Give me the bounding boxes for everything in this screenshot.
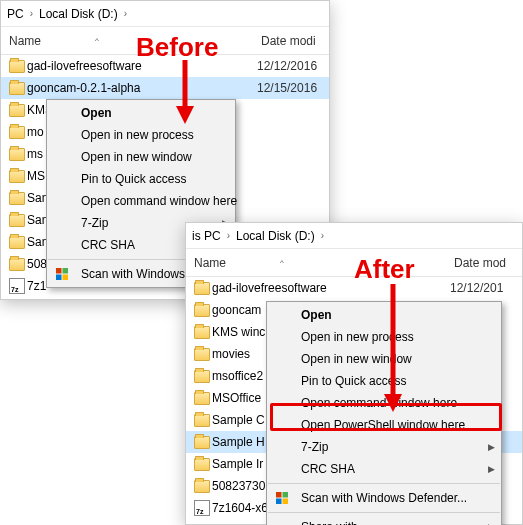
- chevron-right-icon: ›: [118, 8, 133, 19]
- menu-open-new-process[interactable]: Open in new process: [267, 326, 501, 348]
- column-headers[interactable]: Name ^ Date mod: [186, 249, 522, 277]
- breadcrumb-part[interactable]: Local Disk (D:): [39, 7, 118, 21]
- submenu-arrow-icon: ▶: [488, 464, 495, 474]
- folder-icon: [7, 104, 27, 117]
- svg-rect-5: [283, 492, 289, 498]
- column-date[interactable]: Date modi: [257, 34, 329, 48]
- menu-open-new-window[interactable]: Open in new window: [47, 146, 235, 168]
- folder-icon: [192, 480, 212, 493]
- menu-7zip[interactable]: 7-Zip▶: [267, 436, 501, 458]
- menu-crc-sha[interactable]: CRC SHA▶: [267, 458, 501, 480]
- breadcrumb-part[interactable]: PC: [7, 7, 24, 21]
- folder-icon: [7, 82, 27, 95]
- column-name[interactable]: Name ^: [1, 34, 257, 48]
- svg-rect-6: [276, 499, 282, 505]
- menu-label: 7-Zip: [81, 216, 108, 230]
- folder-icon: [192, 414, 212, 427]
- svg-rect-3: [63, 275, 69, 281]
- folder-icon: [7, 258, 27, 271]
- file-date: 12/12/2016: [257, 59, 329, 73]
- menu-open-new-process[interactable]: Open in new process: [47, 124, 235, 146]
- folder-icon: [7, 170, 27, 183]
- menu-pin-quick-access[interactable]: Pin to Quick access: [267, 370, 501, 392]
- file-name: gad-ilovefreesoftware: [212, 281, 450, 295]
- column-label: Name: [9, 34, 41, 48]
- folder-icon: [7, 214, 27, 227]
- submenu-arrow-icon: ▶: [488, 442, 495, 452]
- svg-rect-7: [283, 499, 289, 505]
- menu-label: CRC SHA: [301, 462, 355, 476]
- breadcrumb-part[interactable]: is PC: [192, 229, 221, 243]
- svg-rect-0: [56, 268, 62, 274]
- archive-icon: [192, 500, 212, 516]
- folder-icon: [7, 60, 27, 73]
- column-name[interactable]: Name ^: [186, 256, 450, 270]
- column-headers[interactable]: Name ^ Date modi: [1, 27, 329, 55]
- file-name: gad-ilovefreesoftware: [27, 59, 257, 73]
- menu-open-powershell-here[interactable]: Open PowerShell window here: [267, 414, 501, 436]
- explorer-window-after: is PC › Local Disk (D:) › Name ^ Date mo…: [185, 222, 523, 525]
- folder-icon: [7, 236, 27, 249]
- folder-icon: [192, 304, 212, 317]
- menu-open-cmd-here[interactable]: Open command window here: [47, 190, 235, 212]
- archive-icon: [7, 278, 27, 294]
- defender-shield-icon: [275, 491, 289, 505]
- folder-icon: [7, 126, 27, 139]
- folder-icon: [192, 436, 212, 449]
- menu-pin-quick-access[interactable]: Pin to Quick access: [47, 168, 235, 190]
- svg-rect-1: [63, 268, 69, 274]
- folder-icon: [192, 392, 212, 405]
- menu-open[interactable]: Open: [267, 304, 501, 326]
- menu-label: Scan with Windows D: [81, 267, 197, 281]
- file-date: 12/15/2016: [257, 81, 329, 95]
- menu-label: CRC SHA: [81, 238, 135, 252]
- sort-caret-up-icon: ^: [280, 258, 284, 267]
- menu-open[interactable]: Open: [47, 102, 235, 124]
- folder-icon: [192, 370, 212, 383]
- file-date: 12/12/201: [450, 281, 522, 295]
- breadcrumb[interactable]: PC › Local Disk (D:) ›: [1, 1, 329, 27]
- sort-caret-up-icon: ^: [95, 36, 99, 45]
- file-name: gooncam-0.2.1-alpha: [27, 81, 257, 95]
- menu-label: 7-Zip: [301, 440, 328, 454]
- breadcrumb-part[interactable]: Local Disk (D:): [236, 229, 315, 243]
- context-menu-after[interactable]: Open Open in new process Open in new win…: [266, 301, 502, 525]
- menu-open-cmd-here[interactable]: Open command window here: [267, 392, 501, 414]
- column-date[interactable]: Date mod: [450, 256, 522, 270]
- folder-icon: [192, 458, 212, 471]
- folder-icon: [192, 348, 212, 361]
- svg-rect-2: [56, 275, 62, 281]
- svg-rect-4: [276, 492, 282, 498]
- column-label: Name: [194, 256, 226, 270]
- menu-label: Share with: [301, 520, 358, 525]
- folder-icon: [7, 148, 27, 161]
- folder-icon: [192, 326, 212, 339]
- defender-shield-icon: [55, 267, 69, 281]
- table-row[interactable]: gad-ilovefreesoftware12/12/2016: [1, 55, 329, 77]
- menu-open-new-window[interactable]: Open in new window: [267, 348, 501, 370]
- folder-icon: [192, 282, 212, 295]
- table-row[interactable]: gad-ilovefreesoftware12/12/201: [186, 277, 522, 299]
- breadcrumb[interactable]: is PC › Local Disk (D:) ›: [186, 223, 522, 249]
- menu-share-with[interactable]: Share with▶: [267, 516, 501, 525]
- menu-separator: [268, 512, 500, 513]
- folder-icon: [7, 192, 27, 205]
- chevron-right-icon: ›: [24, 8, 39, 19]
- menu-scan-defender[interactable]: Scan with Windows Defender...: [267, 487, 501, 509]
- menu-separator: [268, 483, 500, 484]
- table-row[interactable]: gooncam-0.2.1-alpha12/15/2016: [1, 77, 329, 99]
- chevron-right-icon: ›: [315, 230, 330, 241]
- chevron-right-icon: ›: [221, 230, 236, 241]
- menu-label: Scan with Windows Defender...: [301, 491, 467, 505]
